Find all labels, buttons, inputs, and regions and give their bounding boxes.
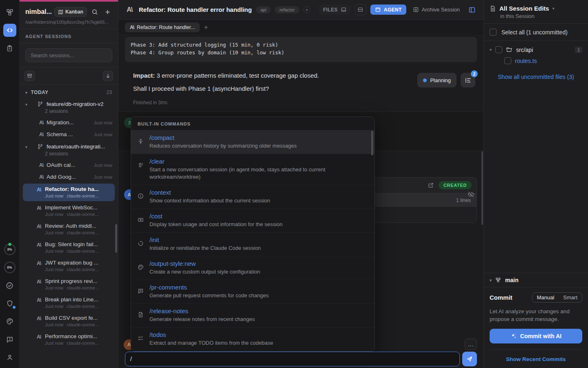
- code-sessions-icon[interactable]: [3, 24, 16, 37]
- edits-scope-label: in this Session: [500, 13, 582, 19]
- branch-group[interactable]: ▾ feature/db-migration-v2: [20, 98, 118, 108]
- search-icon-button[interactable]: [89, 7, 100, 17]
- hide-output-icon[interactable]: [468, 191, 474, 198]
- files-view-button[interactable]: FILES: [319, 4, 351, 15]
- sort-direction-button[interactable]: [103, 71, 113, 81]
- workspace-name[interactable]: nimbal...: [25, 8, 52, 16]
- more-options-button[interactable]: ...: [465, 339, 477, 350]
- session-item[interactable]: A\ Build CSV export fe... Just nowclaude…: [23, 312, 115, 330]
- sidebar-scrollbar[interactable]: [115, 224, 117, 253]
- session-item[interactable]: A\ Implement WebSoc... Just nowclaude-so…: [23, 202, 115, 220]
- clipboard-icon[interactable]: [3, 42, 16, 55]
- add-tag-button[interactable]: +: [303, 6, 310, 13]
- toggle-right-panel-button[interactable]: [466, 4, 478, 15]
- branch-name: feature/oauth-integrati...: [47, 144, 105, 150]
- today-count: 23: [107, 90, 112, 95]
- tab-active-session[interactable]: A\ Refactor: Route handler...: [125, 22, 200, 32]
- select-all-row[interactable]: Select all (1 uncommitted): [484, 24, 588, 41]
- search-sessions-input[interactable]: [25, 48, 112, 62]
- document-icon: [136, 307, 145, 323]
- search-icon: [91, 9, 98, 15]
- theme-palette-icon[interactable]: [3, 315, 16, 328]
- claude-session-icon: A\: [39, 120, 43, 126]
- archive-session-button[interactable]: Archive Session: [410, 5, 462, 14]
- command-cost[interactable]: /costDisplay token usage and cost inform…: [131, 209, 374, 233]
- chat-scrollbar[interactable]: [481, 151, 483, 225]
- tag-refactor[interactable]: refactor: [275, 6, 299, 13]
- command-todos[interactable]: /todosExtract and manage TODO items from…: [131, 328, 374, 351]
- list-outline-icon: [465, 77, 472, 84]
- claude-session-icon: A\: [37, 205, 41, 211]
- send-button[interactable]: [462, 352, 477, 366]
- claude-session-icon: A\: [39, 174, 43, 180]
- show-recent-commits-link[interactable]: Show Recent Commits: [490, 349, 582, 368]
- command-compact[interactable]: /compactReduces conversation history by …: [131, 130, 374, 154]
- folder-row[interactable]: ▾ src/api 1: [488, 44, 584, 55]
- mem-usage-indicator[interactable]: 0%: [3, 261, 16, 274]
- outline-toggle-button[interactable]: 2: [461, 73, 475, 88]
- open-file-icon[interactable]: [428, 182, 434, 188]
- claude-session-icon: A\: [37, 297, 41, 303]
- git-branch-icon: [495, 277, 501, 283]
- agent-view-button[interactable]: AGENT: [370, 4, 406, 15]
- session-item[interactable]: A\ Review: Auth middl... Just nowclaude-…: [23, 220, 115, 238]
- new-session-button[interactable]: [102, 7, 113, 17]
- shield-icon[interactable]: [3, 297, 16, 310]
- checklist-icon: [136, 331, 145, 347]
- command-output-style-new[interactable]: /output-style:newCreate a new custom out…: [131, 256, 374, 280]
- kanban-button[interactable]: Kanban: [54, 7, 87, 17]
- outline-count-badge: 2: [471, 70, 478, 77]
- session-child-item[interactable]: A\ OAuth cal... Just now: [20, 159, 118, 171]
- command-init[interactable]: /initInitialize or reinitialize the Clau…: [131, 233, 374, 256]
- chevron-down-icon: ▾: [25, 145, 27, 149]
- select-all-checkbox[interactable]: [490, 29, 497, 36]
- command-release-notes[interactable]: /release-notesGenerate release notes fro…: [131, 304, 374, 328]
- branch-group[interactable]: ▾ feature/oauth-integrati...: [20, 140, 118, 150]
- mode-manual[interactable]: Manual: [532, 293, 559, 302]
- dropdown-scrollbar[interactable]: [371, 131, 373, 155]
- today-group-header[interactable]: ▾ TODAY 23: [20, 87, 118, 98]
- session-item[interactable]: A\ Sprint progress revi... Just nowclaud…: [23, 276, 115, 293]
- add-tab-button[interactable]: +: [204, 23, 208, 31]
- session-list: ▾ TODAY 23 ▾ feature/db-migration-v2 2 s…: [20, 85, 118, 368]
- session-child-item[interactable]: A\ Schema ... Just now: [20, 128, 118, 140]
- mode-smart[interactable]: Smart: [559, 293, 582, 302]
- branch-row[interactable]: ▾ main: [484, 273, 588, 287]
- chevron-down-icon: ▾: [490, 47, 492, 52]
- command-clear[interactable]: /clearStart a new conversation session (…: [131, 154, 374, 185]
- file-row[interactable]: routes.ts: [488, 55, 584, 66]
- session-item[interactable]: A\ Bug: Silent login fail... Just nowcla…: [23, 239, 115, 256]
- commit-with-ai-button[interactable]: Commit with AI: [490, 329, 582, 343]
- chevron-down-icon: ▾: [25, 102, 27, 107]
- split-view-icon: [357, 7, 363, 13]
- show-all-uncommitted-link[interactable]: Show all uncommitted files (3): [484, 66, 588, 83]
- checks-icon[interactable]: [3, 279, 16, 292]
- command-pr-comments[interactable]: /pr-commentsGenerate pull request commen…: [131, 280, 374, 304]
- account-icon[interactable]: [3, 351, 16, 364]
- session-item-active[interactable]: A\ Refactor: Route ha... Just nowclaude-…: [23, 184, 115, 201]
- branch-session-count: 2 sessions: [20, 108, 118, 117]
- claude-session-icon: A\: [37, 260, 41, 266]
- archive-filter-button[interactable]: [24, 71, 35, 81]
- split-view-button[interactable]: [355, 4, 366, 15]
- message-input[interactable]: [125, 352, 460, 366]
- session-child-item[interactable]: A\ Migration... Just now: [20, 117, 118, 128]
- file-checkbox[interactable]: [504, 57, 511, 64]
- panel-left-icon: [468, 6, 476, 13]
- workspace-path: /var/folders/nq/100p8zcn3xg7h7kgk65...: [20, 19, 118, 29]
- folder-checkbox[interactable]: [495, 46, 502, 53]
- session-item[interactable]: A\ Performance optimi... Just nowclaude-…: [23, 331, 115, 348]
- command-context[interactable]: /contextShow context information about t…: [131, 185, 374, 209]
- session-child-item[interactable]: A\ Add Goog... Just now: [20, 171, 118, 183]
- workflow-icon[interactable]: [3, 6, 16, 19]
- file-link[interactable]: routes.ts: [515, 58, 537, 64]
- session-item[interactable]: A\ Break plan into Line... Just nowclaud…: [23, 294, 115, 312]
- feedback-icon[interactable]: [3, 333, 16, 346]
- folder-change-count: 1: [575, 47, 582, 53]
- cpu-usage-indicator[interactable]: 3%: [3, 243, 16, 256]
- session-edits-selector[interactable]: All Session Edits ▾: [490, 5, 582, 12]
- planning-mode-button[interactable]: Planning: [417, 73, 457, 88]
- clear-icon: [136, 158, 145, 181]
- tag-api[interactable]: api: [256, 6, 271, 13]
- session-item[interactable]: A\ JWT expiration bug ... Just nowclaude…: [23, 257, 115, 275]
